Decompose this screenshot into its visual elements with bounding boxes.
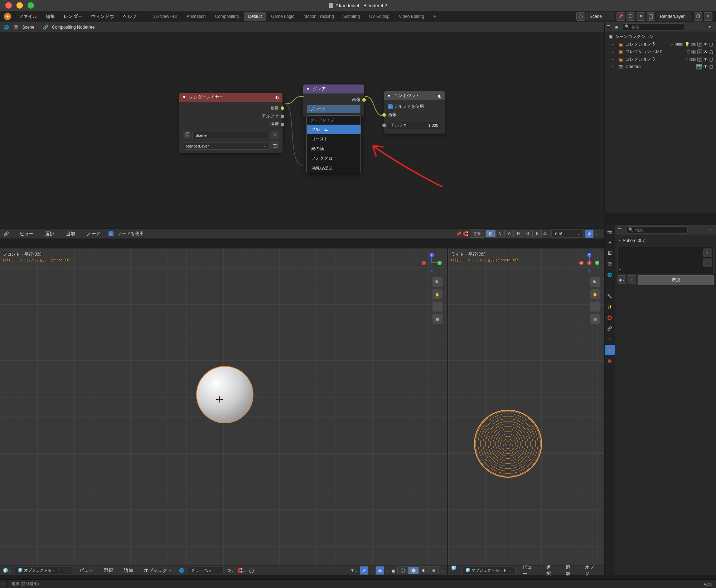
menu-view[interactable]: ビュー	[16, 229, 37, 238]
menu-object[interactable]: オブジェクト	[140, 566, 175, 575]
workspace-tab-uv[interactable]: UV Editing	[365, 12, 394, 21]
pin-icon[interactable]: 📌	[456, 231, 461, 236]
renderlayer-new-icon[interactable]: ❐	[694, 12, 702, 21]
tab-object-icon[interactable]: ▫	[605, 280, 615, 290]
node-preview-icon[interactable]: ◐	[275, 95, 279, 100]
workspace-tab-motiontracking[interactable]: Motion Tracking	[299, 12, 338, 21]
exclude-checkbox[interactable]: ✓	[697, 57, 702, 62]
fullscreen-window-button[interactable]	[28, 2, 34, 9]
drag-handle-icon[interactable]: ⫶	[234, 582, 236, 586]
menu-view[interactable]: ビュー	[76, 566, 97, 575]
tab-modifier-icon[interactable]: 🔧	[605, 291, 615, 301]
exclude-checkbox[interactable]: ✓	[697, 42, 702, 47]
node-glare[interactable]: ▶ グレア 画像 ブルーム⌄	[303, 84, 364, 117]
minimize-window-button[interactable]	[16, 2, 23, 9]
workspace-tab-3dview[interactable]: 3D View Full	[149, 12, 182, 21]
menu-select[interactable]: 選択	[42, 229, 58, 238]
orientation-selector[interactable]: グローバル	[191, 568, 211, 573]
add-slot-button[interactable]: +	[703, 249, 712, 257]
options-icon[interactable]: ⋯	[710, 228, 714, 232]
expand-icon[interactable]: ▸	[612, 43, 616, 46]
dropdown-option-simplestar[interactable]: 単純な星型	[307, 163, 361, 173]
menu-select[interactable]: 選択	[543, 563, 558, 578]
node-header[interactable]: ▶ グレア	[303, 85, 364, 93]
outliner-search-input[interactable]	[623, 23, 684, 30]
overlay-toggle-icon[interactable]: ◉	[376, 566, 384, 575]
tab-viewlayer-icon[interactable]: 🖼	[605, 248, 615, 258]
disable-icon[interactable]: ▢	[709, 42, 713, 47]
new-material-plus-icon[interactable]: +	[628, 275, 636, 284]
tab-physics-icon[interactable]: ⭕	[605, 313, 615, 323]
channel-g-button[interactable]: G	[523, 230, 533, 237]
channel-n-button[interactable]: N	[495, 230, 505, 237]
tab-texture-icon[interactable]: ▦	[605, 356, 615, 366]
scene-pin-icon[interactable]: 📌	[616, 12, 625, 21]
editor-type-icon[interactable]: 🔗⌄	[4, 231, 12, 236]
breadcrumb-nodetree[interactable]: Compositing Nodetree	[52, 25, 95, 30]
tree-row-camera[interactable]: ▸ 📷 Camera 📷 👁 ▢	[605, 63, 715, 70]
workspace-tab-compositing[interactable]: Compositing	[211, 12, 243, 21]
scene-clear-button[interactable]: ✕	[271, 131, 279, 139]
menu-help[interactable]: ヘルプ	[119, 12, 140, 21]
visibility-icon[interactable]: 👁⌄	[350, 568, 358, 573]
backdrop-toggle[interactable]: 背景	[470, 230, 484, 238]
renderlayer-icon[interactable]	[647, 12, 655, 21]
workspace-tab-default[interactable]: Default	[244, 12, 266, 21]
new-material-button[interactable]: 新規	[638, 275, 714, 285]
gear-icon[interactable]: ⚙⌄	[543, 231, 550, 236]
navigation-gizmo[interactable]: Z Y	[422, 253, 442, 273]
menu-node[interactable]: ノード	[83, 229, 104, 238]
output-socket-image[interactable]	[362, 98, 366, 102]
menu-render[interactable]: レンダー	[60, 12, 86, 21]
pan-icon[interactable]: ✋	[432, 289, 442, 299]
mode-selector[interactable]: オブジェクトモード	[471, 568, 507, 573]
compositor-node-editor[interactable]: 🌐 🎬 Scene › 🔗 Compositing Nodetree ▶ レンダ…	[0, 22, 604, 238]
world-icon[interactable]: 🌐	[4, 25, 9, 30]
eye-icon[interactable]: 👁	[703, 57, 708, 62]
blender-logo-icon[interactable]	[4, 13, 11, 20]
editor-type-icon[interactable]: 🧊⌄	[3, 568, 11, 573]
collapse-icon[interactable]: ▶	[387, 95, 391, 97]
dropdown-option-bloom[interactable]: ブルーム	[307, 125, 361, 134]
dropdown-option-fogglow[interactable]: フォググロー	[307, 154, 361, 163]
editor-type-icon[interactable]: ☰⌄	[607, 25, 613, 29]
node-composite[interactable]: ▶ コンポジット ◐ ✓ アルファを使用 画像 アルファ1.000	[384, 91, 445, 134]
sphere-object[interactable]	[196, 366, 253, 423]
menu-select[interactable]: 選択	[100, 566, 117, 575]
tab-data-icon[interactable]: ▽	[605, 334, 615, 344]
tree-row-collection5[interactable]: ▸ ▣ コレクション 5 ▽486 💡5 ✓ 👁 ▢	[605, 40, 715, 48]
expand-icon[interactable]: ▸	[612, 50, 616, 54]
expand-icon[interactable]: ▸	[612, 58, 616, 61]
collapse-icon[interactable]: ▶	[183, 96, 186, 98]
menu-add[interactable]: 追加	[62, 229, 79, 238]
dropdown-option-streaks[interactable]: 光の筋	[307, 144, 361, 154]
tab-render-icon[interactable]: 📷	[605, 227, 615, 237]
scene-browse-button[interactable]: 🎬	[183, 131, 191, 139]
close-window-button[interactable]	[5, 2, 12, 9]
material-slot-list[interactable]: + − ▸ ⋯	[618, 247, 714, 273]
node-header[interactable]: ▶ コンポジット ◐	[384, 91, 445, 100]
scene-new-icon[interactable]: ❐	[626, 12, 635, 21]
tab-world-icon[interactable]: 🌐	[605, 270, 615, 280]
snap-icon[interactable]: 🧲	[463, 231, 468, 236]
channel-b-button[interactable]: B	[533, 230, 542, 237]
node-header[interactable]: ▶ レンダーレイヤー ◐	[179, 93, 282, 102]
eye-icon[interactable]: 👁	[703, 64, 708, 69]
pan-icon[interactable]: ✋	[590, 289, 600, 299]
menu-add[interactable]: 追加	[562, 563, 578, 578]
scene-delete-icon[interactable]: ✕	[637, 12, 645, 21]
shading-wire-icon[interactable]: ◯	[397, 567, 408, 574]
tree-row-collection3[interactable]: ▸ ▣ コレクション 3 ▽12 ✓ 👁 ▢	[605, 56, 715, 63]
tree-row-collection2[interactable]: ▸ ▣ コレクション 2.001 ▽1 ✓ 👁 ▢	[605, 48, 715, 56]
zoom-icon[interactable]: 🔍	[590, 277, 600, 287]
menu-object[interactable]: オブジ	[581, 563, 601, 578]
shading-rendered-icon[interactable]: ◉	[429, 567, 439, 574]
output-socket-depth[interactable]	[281, 123, 284, 126]
dropdown-option-ghost[interactable]: ゴースト	[307, 134, 361, 144]
viewport-canvas[interactable]	[0, 249, 447, 565]
editor-type-icon[interactable]: 🧊⌄	[451, 565, 459, 575]
output-socket-alpha[interactable]	[281, 115, 284, 118]
editor-type-icon[interactable]: ☰⌄	[618, 228, 624, 232]
expand-icon[interactable]: ▸	[612, 65, 616, 68]
use-nodes-checkbox[interactable]: ✓	[108, 231, 113, 236]
